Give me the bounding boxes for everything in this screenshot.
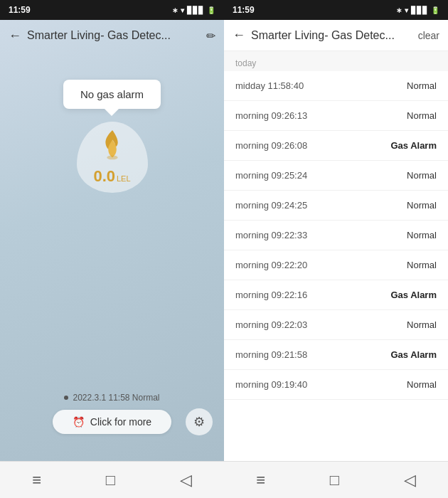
- signal-icon-r: ▊▊▊: [411, 6, 428, 14]
- top-nav-left: ← Smarter Living- Gas Detec... ✏: [0, 20, 224, 51]
- settings-button[interactable]: ⚙: [186, 408, 213, 435]
- bluetooth-icon: ∗: [172, 6, 178, 14]
- status-bar-left: 11:59 ∗ ▾ ▊▊▊ 🔋: [0, 0, 224, 20]
- log-time: morning 09:26:13: [235, 110, 307, 121]
- back-icon-right[interactable]: ◁: [404, 471, 416, 489]
- log-time: morning 09:25:24: [235, 170, 307, 181]
- log-status: Normal: [407, 170, 437, 181]
- battery-icon-r: 🔋: [431, 6, 439, 14]
- log-list: midday 11:58:40Normalmorning 09:26:13Nor…: [224, 71, 448, 461]
- log-status: Normal: [407, 200, 437, 211]
- gear-icon: ⚙: [193, 414, 205, 430]
- menu-icon-right[interactable]: ≡: [256, 471, 265, 489]
- log-status: Normal: [407, 379, 437, 390]
- back-button-right[interactable]: ←: [233, 28, 245, 43]
- status-icons-left: ∗ ▾ ▊▊▊ 🔋: [172, 6, 215, 14]
- status-icons-right: ∗ ▾ ▊▊▊ 🔋: [396, 6, 439, 14]
- tooltip-text: No gas alarm: [80, 88, 144, 100]
- left-panel: 11:59 ∗ ▾ ▊▊▊ 🔋 ← Smarter Living- Gas De…: [0, 0, 224, 498]
- back-button-left[interactable]: ←: [9, 28, 21, 43]
- clear-button[interactable]: clear: [418, 30, 439, 41]
- log-status: Gas Alarm: [390, 290, 437, 300]
- time-right: 11:59: [233, 5, 255, 15]
- log-status: Normal: [407, 260, 437, 270]
- log-item: morning 09:22:33Normal: [224, 221, 448, 250]
- log-time: morning 09:22:16: [235, 290, 307, 300]
- status-bar-right: 11:59 ∗ ▾ ▊▊▊ 🔋: [224, 0, 448, 20]
- log-status: Gas Alarm: [390, 140, 437, 151]
- svg-point-0: [107, 156, 117, 160]
- click-more-button[interactable]: ⏰ Click for more: [53, 410, 171, 434]
- log-item: morning 09:25:24Normal: [224, 161, 448, 191]
- log-time: morning 09:22:33: [235, 230, 307, 240]
- edit-icon[interactable]: ✏: [206, 29, 215, 43]
- log-item: morning 09:26:13Normal: [224, 101, 448, 131]
- reading-value: 0.0: [93, 167, 115, 186]
- log-time: morning 09:22:03: [235, 319, 307, 330]
- log-status: Normal: [407, 110, 437, 121]
- log-time: morning 09:24:25: [235, 200, 307, 211]
- flame-circle: 0.0 LEL: [77, 122, 148, 193]
- status-dot: [64, 396, 68, 400]
- device-area: No gas alarm 0.0 LEL: [0, 80, 224, 193]
- log-item: morning 09:24:25Normal: [224, 191, 448, 221]
- wifi-icon-r: ▾: [405, 6, 408, 14]
- home-icon-left[interactable]: □: [106, 471, 115, 489]
- time-left: 11:59: [9, 5, 31, 15]
- page-title-right: Smarter Living- Gas Detec...: [251, 29, 412, 42]
- log-time: midday 11:58:40: [235, 80, 304, 91]
- log-status: Normal: [407, 319, 437, 330]
- click-more-label: Click for more: [90, 416, 151, 428]
- bluetooth-icon-r: ∗: [396, 6, 402, 14]
- device-icon: 0.0 LEL: [77, 122, 148, 193]
- log-item: morning 09:22:20Normal: [224, 250, 448, 280]
- log-item: morning 09:19:40Normal: [224, 370, 448, 400]
- battery-icon: 🔋: [207, 6, 215, 14]
- bottom-nav-right: ≡ □ ◁: [224, 461, 448, 498]
- wifi-icon: ▾: [181, 6, 184, 14]
- log-time: morning 09:26:08: [235, 140, 307, 151]
- log-status: Normal: [407, 80, 437, 91]
- log-item: morning 09:21:58Gas Alarm: [224, 340, 448, 370]
- log-status: Normal: [407, 230, 437, 240]
- log-item: morning 09:22:16Gas Alarm: [224, 280, 448, 310]
- gas-reading: 0.0 LEL: [93, 167, 130, 186]
- home-icon-right[interactable]: □: [330, 471, 339, 489]
- log-item: morning 09:22:03Normal: [224, 310, 448, 340]
- log-item: morning 09:26:08Gas Alarm: [224, 131, 448, 161]
- top-nav-right: ← Smarter Living- Gas Detec... clear: [224, 20, 448, 51]
- last-status-line: 2022.3.1 11:58 Normal: [64, 393, 159, 403]
- log-time: morning 09:22:20: [235, 260, 307, 270]
- bottom-nav-left: ≡ □ ◁: [0, 461, 224, 498]
- log-time: morning 09:21:58: [235, 349, 307, 360]
- today-label: today: [224, 51, 448, 71]
- log-status: Gas Alarm: [390, 349, 437, 360]
- menu-icon-left[interactable]: ≡: [32, 471, 41, 489]
- flame-icon: [98, 129, 127, 164]
- reading-unit: LEL: [117, 174, 131, 183]
- status-text: 2022.3.1 11:58 Normal: [73, 393, 159, 403]
- log-item: midday 11:58:40Normal: [224, 71, 448, 101]
- right-panel: 11:59 ∗ ▾ ▊▊▊ 🔋 ← Smarter Living- Gas De…: [224, 0, 448, 498]
- back-icon-left[interactable]: ◁: [180, 471, 192, 489]
- log-time: morning 09:19:40: [235, 379, 307, 390]
- page-title-left: Smarter Living- Gas Detec...: [27, 29, 201, 42]
- no-alarm-tooltip: No gas alarm: [63, 80, 161, 109]
- clock-icon: ⏰: [73, 416, 85, 428]
- signal-icon: ▊▊▊: [187, 6, 204, 14]
